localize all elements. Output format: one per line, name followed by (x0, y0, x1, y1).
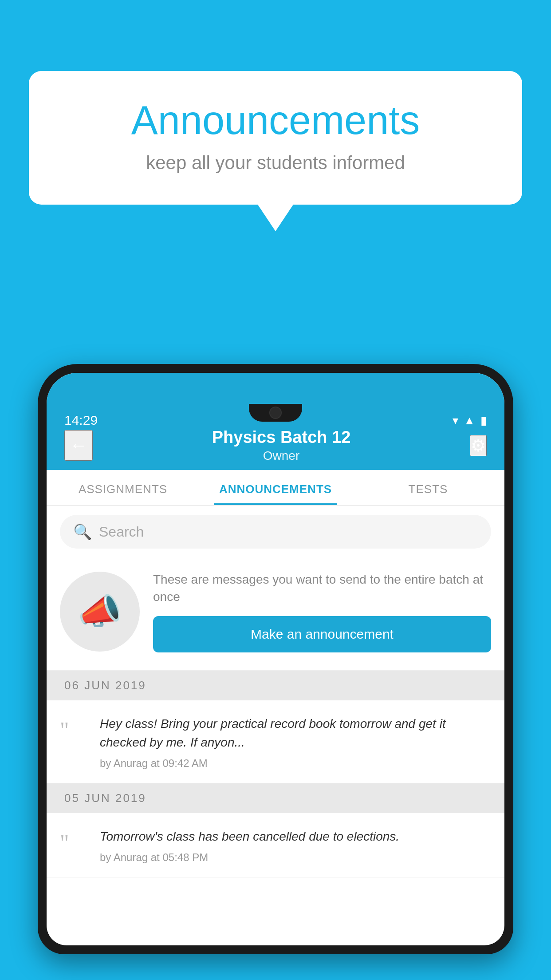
header-title-area: Physics Batch 12 Owner (212, 428, 351, 463)
search-bar-container: 🔍 Search (47, 506, 504, 557)
announcement-meta-1: by Anurag at 09:42 AM (100, 757, 491, 770)
header-row: ← Physics Batch 12 Owner ⚙ (64, 428, 487, 470)
tab-assignments[interactable]: ASSIGNMENTS (47, 470, 199, 505)
battery-icon: ▮ (480, 414, 487, 427)
tabs-bar: ASSIGNMENTS ANNOUNCEMENTS TESTS (47, 470, 504, 506)
tab-announcements[interactable]: ANNOUNCEMENTS (199, 470, 352, 505)
speech-bubble-section: Announcements keep all your students inf… (29, 71, 522, 231)
make-announcement-button[interactable]: Make an announcement (153, 616, 491, 652)
announcement-text-1: Hey class! Bring your practical record b… (100, 715, 491, 752)
search-bar[interactable]: 🔍 Search (60, 515, 491, 549)
announcement-meta-2: by Anurag at 05:48 PM (100, 851, 491, 864)
status-time: 14:29 (64, 413, 98, 428)
announcement-description: These are messages you want to send to t… (153, 571, 491, 605)
announcement-prompt: 📣 These are messages you want to send to… (47, 557, 504, 671)
app-header: 14:29 ▾ ▲ ▮ ← Physics Batch 12 Owner (47, 373, 504, 470)
announcement-text-2: Tomorrow's class has been cancelled due … (100, 827, 491, 846)
bubble-title: Announcements (64, 98, 487, 143)
bubble-subtitle: keep all your students informed (64, 152, 487, 174)
announcement-content-1: Hey class! Bring your practical record b… (100, 715, 491, 770)
signal-icon: ▲ (464, 414, 475, 427)
megaphone-icon: 📣 (78, 591, 122, 632)
status-icons: ▾ ▲ ▮ (453, 414, 487, 427)
announcement-right: These are messages you want to send to t… (153, 571, 491, 652)
phone-mockup: 14:29 ▾ ▲ ▮ ← Physics Batch 12 Owner (38, 364, 513, 980)
batch-name: Physics Batch 12 (212, 428, 351, 447)
announcement-item-2[interactable]: " Tomorrow's class has been cancelled du… (47, 813, 504, 877)
quote-icon-1: " (60, 717, 87, 743)
announcement-content-2: Tomorrow's class has been cancelled due … (100, 827, 491, 864)
search-icon: 🔍 (73, 523, 92, 541)
date-separator-1: 06 JUN 2019 (47, 671, 504, 700)
wifi-icon: ▾ (453, 414, 458, 427)
announcement-item-1[interactable]: " Hey class! Bring your practical record… (47, 700, 504, 783)
phone-frame: 14:29 ▾ ▲ ▮ ← Physics Batch 12 Owner (38, 364, 513, 954)
phone-screen: 14:29 ▾ ▲ ▮ ← Physics Batch 12 Owner (47, 373, 504, 945)
search-placeholder: Search (99, 524, 144, 540)
tab-tests[interactable]: TESTS (352, 470, 504, 505)
speech-bubble: Announcements keep all your students inf… (29, 71, 522, 205)
owner-label: Owner (212, 449, 351, 463)
speech-bubble-arrow (258, 205, 293, 231)
phone-camera (269, 407, 282, 419)
date-separator-2: 05 JUN 2019 (47, 783, 504, 813)
megaphone-icon-circle: 📣 (60, 572, 140, 652)
settings-button[interactable]: ⚙ (470, 435, 487, 456)
back-button[interactable]: ← (64, 430, 93, 461)
quote-icon-2: " (60, 830, 87, 855)
